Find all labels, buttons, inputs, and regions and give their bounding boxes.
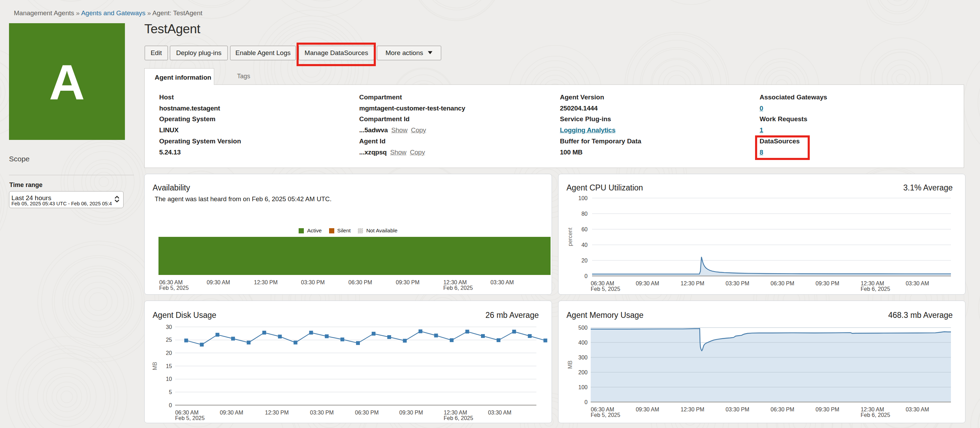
svg-text:500: 500 bbox=[578, 325, 588, 331]
svg-text:03:30 PM: 03:30 PM bbox=[725, 407, 749, 412]
svg-text:10: 10 bbox=[166, 376, 172, 382]
svg-text:12:30 AM: 12:30 AM bbox=[861, 281, 884, 286]
svg-text:06:30 AM: 06:30 AM bbox=[591, 281, 614, 286]
svg-text:03:30 PM: 03:30 PM bbox=[301, 279, 325, 285]
svg-text:20: 20 bbox=[166, 350, 172, 356]
svg-text:09:30 AM: 09:30 AM bbox=[636, 407, 659, 412]
svg-text:Feb 6, 2025: Feb 6, 2025 bbox=[444, 415, 473, 421]
svg-text:03:30 PM: 03:30 PM bbox=[725, 281, 749, 286]
svg-text:MB: MB bbox=[567, 361, 573, 369]
svg-text:12:30 AM: 12:30 AM bbox=[444, 410, 467, 415]
svg-text:5: 5 bbox=[169, 389, 172, 395]
svg-text:06:30 PM: 06:30 PM bbox=[355, 410, 379, 415]
svg-text:12:30 PM: 12:30 PM bbox=[681, 281, 704, 286]
svg-text:12:30 AM: 12:30 AM bbox=[861, 407, 884, 412]
svg-text:40: 40 bbox=[581, 242, 588, 248]
svg-text:06:30 AM: 06:30 AM bbox=[175, 410, 199, 415]
svg-text:09:30 AM: 09:30 AM bbox=[220, 410, 243, 415]
svg-text:03:30 AM: 03:30 AM bbox=[905, 407, 929, 412]
svg-text:Feb 5, 2025: Feb 5, 2025 bbox=[591, 412, 620, 418]
svg-text:25: 25 bbox=[166, 337, 172, 343]
svg-text:15: 15 bbox=[166, 363, 172, 369]
svg-text:06:30 AM: 06:30 AM bbox=[159, 279, 183, 285]
svg-text:100: 100 bbox=[578, 195, 588, 201]
svg-text:06:30 AM: 06:30 AM bbox=[591, 407, 614, 412]
svg-text:Feb 6, 2025: Feb 6, 2025 bbox=[861, 412, 890, 418]
svg-text:60: 60 bbox=[581, 227, 588, 232]
svg-text:09:30 PM: 09:30 PM bbox=[396, 279, 419, 285]
svg-text:Feb 5, 2025: Feb 5, 2025 bbox=[175, 415, 205, 421]
svg-text:percent: percent bbox=[567, 227, 573, 246]
svg-text:09:30 AM: 09:30 AM bbox=[207, 279, 230, 285]
svg-text:03:30 PM: 03:30 PM bbox=[310, 410, 334, 415]
svg-text:Feb 5, 2025: Feb 5, 2025 bbox=[591, 286, 620, 292]
svg-text:09:30 PM: 09:30 PM bbox=[816, 407, 839, 412]
svg-text:09:30 AM: 09:30 AM bbox=[636, 281, 659, 286]
svg-text:Feb 5, 2025: Feb 5, 2025 bbox=[159, 285, 189, 291]
svg-text:06:30 PM: 06:30 PM bbox=[771, 407, 794, 412]
svg-text:09:30 PM: 09:30 PM bbox=[399, 410, 423, 415]
svg-text:100: 100 bbox=[578, 384, 588, 390]
svg-text:300: 300 bbox=[578, 355, 588, 361]
svg-text:0: 0 bbox=[584, 273, 588, 279]
svg-text:06:30 PM: 06:30 PM bbox=[771, 281, 794, 286]
svg-text:80: 80 bbox=[581, 211, 588, 217]
svg-text:30: 30 bbox=[166, 324, 172, 330]
svg-text:Feb 6, 2025: Feb 6, 2025 bbox=[861, 286, 890, 292]
svg-text:12:30 AM: 12:30 AM bbox=[443, 279, 467, 285]
svg-text:12:30 PM: 12:30 PM bbox=[265, 410, 289, 415]
svg-text:03:30 AM: 03:30 AM bbox=[905, 281, 929, 286]
svg-text:0: 0 bbox=[584, 399, 588, 405]
svg-text:400: 400 bbox=[578, 340, 588, 346]
svg-text:03:30 AM: 03:30 AM bbox=[488, 410, 511, 415]
svg-text:Feb 6, 2025: Feb 6, 2025 bbox=[443, 285, 473, 291]
svg-text:200: 200 bbox=[578, 369, 588, 375]
svg-text:12:30 PM: 12:30 PM bbox=[681, 407, 704, 412]
svg-text:09:30 PM: 09:30 PM bbox=[816, 281, 839, 286]
svg-text:0: 0 bbox=[169, 402, 172, 408]
svg-text:06:30 PM: 06:30 PM bbox=[348, 279, 372, 285]
svg-text:03:30 AM: 03:30 AM bbox=[490, 279, 514, 285]
svg-text:MB: MB bbox=[152, 362, 158, 370]
svg-text:20: 20 bbox=[581, 258, 588, 264]
svg-text:12:30 PM: 12:30 PM bbox=[254, 279, 278, 285]
